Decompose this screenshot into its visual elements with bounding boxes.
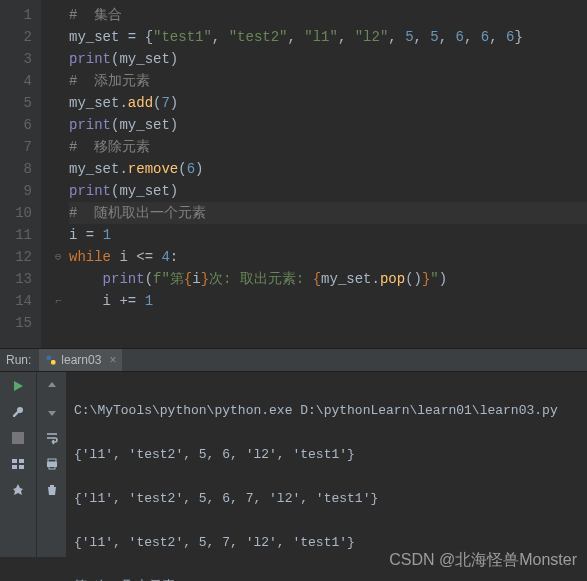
code-line-6[interactable]: print(my_set) [69,114,587,136]
method: remove [128,161,178,177]
pin-icon[interactable] [10,482,26,498]
number: 5 [405,29,413,45]
string: " [430,271,438,287]
paren: ) [195,161,203,177]
comment-text: # 移除元素 [69,139,150,155]
string: "l1" [304,29,338,45]
operator: += [111,293,145,309]
string: "test2" [229,29,288,45]
line-number: 1 [0,4,32,26]
builtin-func: print [69,51,111,67]
identifier: i [192,271,200,287]
number: 6 [456,29,464,45]
stop-icon[interactable] [10,430,26,446]
identifier: i [103,293,111,309]
code-line-4[interactable]: # 添加元素 [69,70,587,92]
builtin-func: print [69,117,111,133]
print-icon[interactable] [44,456,60,472]
identifier: my_set [321,271,371,287]
comma: , [338,29,355,45]
identifier: my_set [69,95,119,111]
line-number: 5 [0,92,32,114]
run-label: Run: [6,353,31,367]
run-panel: C:\MyTools\python\python.exe D:\pythonLe… [0,372,587,557]
code-line-3[interactable]: print(my_set) [69,48,587,70]
svg-rect-6 [12,465,17,469]
brace: } [514,29,522,45]
code-line-7[interactable]: # 移除元素 [69,136,587,158]
soft-wrap-icon[interactable] [44,430,60,446]
number: 7 [161,95,169,111]
string: "l2" [355,29,389,45]
comma: , [414,29,431,45]
paren: ) [170,51,178,67]
comma: , [212,29,229,45]
identifier: my_set [119,183,169,199]
code-line-14[interactable]: ⌐ i += 1 [69,290,587,312]
svg-rect-3 [12,432,24,444]
string: f"第 [153,271,184,287]
fstring-brace: { [184,271,192,287]
paren: () [405,271,422,287]
keyword: while [69,249,111,265]
svg-marker-2 [14,381,23,391]
comma: , [439,29,456,45]
code-line-8[interactable]: my_set.remove(6) [69,158,587,180]
code-line-9[interactable]: print(my_set) [69,180,587,202]
console-output[interactable]: C:\MyTools\python\python.exe D:\pythonLe… [66,372,587,557]
code-line-5[interactable]: my_set.add(7) [69,92,587,114]
line-number: 10 [0,202,32,224]
paren: ) [170,183,178,199]
paren: ( [178,161,186,177]
identifier: my_set [69,161,119,177]
identifier: my_set [119,117,169,133]
fstring-brace: } [201,271,209,287]
console-line: C:\MyTools\python\python.exe D:\pythonLe… [74,400,579,422]
string: 次: 取出元素: [209,271,313,287]
line-number: 9 [0,180,32,202]
line-number: 8 [0,158,32,180]
run-header-bar: Run: learn03 × [0,348,587,372]
wrench-icon[interactable] [10,404,26,420]
code-line-12[interactable]: ⊖while i <= 4: [69,246,587,268]
svg-rect-0 [47,356,52,361]
svg-rect-8 [48,459,56,462]
up-arrow-icon[interactable] [44,378,60,394]
operator: = [119,29,144,45]
code-line-11[interactable]: i = 1 [69,224,587,246]
comma: , [489,29,506,45]
line-number: 7 [0,136,32,158]
rerun-icon[interactable] [10,378,26,394]
method: pop [380,271,405,287]
comment-text: # 随机取出一个元素 [69,205,206,221]
code-line-10[interactable]: # 随机取出一个元素 [69,202,587,224]
svg-rect-7 [19,465,24,469]
svg-rect-5 [19,459,24,463]
dot: . [119,161,127,177]
dot: . [119,95,127,111]
run-left-toolbar [0,372,36,557]
line-number: 12 [0,246,32,268]
trash-icon[interactable] [44,482,60,498]
gutter: 1 2 3 4 5 6 7 8 9 10 11 12 13 14 15 [0,0,40,348]
python-file-icon [45,354,57,366]
code-line-2[interactable]: my_set = {"test1", "test2", "l1", "l2", … [69,26,587,48]
close-tab-icon[interactable]: × [109,353,116,367]
down-arrow-icon[interactable] [44,404,60,420]
identifier: i [119,249,127,265]
identifier: my_set [69,29,119,45]
code-line-1[interactable]: # 集合 [69,4,587,26]
run-left-toolbar-2 [36,372,66,557]
layout-icon[interactable] [10,456,26,472]
comment-text: # 集合 [69,7,122,23]
fold-end-icon[interactable]: ⌐ [55,290,62,312]
string: "test1" [153,29,212,45]
fold-marker-icon[interactable]: ⊖ [55,246,62,268]
code-line-13[interactable]: print(f"第{i}次: 取出元素: {my_set.pop()}") [69,268,587,290]
svg-rect-1 [51,360,56,365]
code-line-15[interactable] [69,312,587,334]
code-area[interactable]: # 集合 my_set = {"test1", "test2", "l1", "… [40,0,587,348]
run-tab[interactable]: learn03 × [39,349,122,371]
editor-area: 1 2 3 4 5 6 7 8 9 10 11 12 13 14 15 # 集合… [0,0,587,348]
fstring-brace: { [313,271,321,287]
